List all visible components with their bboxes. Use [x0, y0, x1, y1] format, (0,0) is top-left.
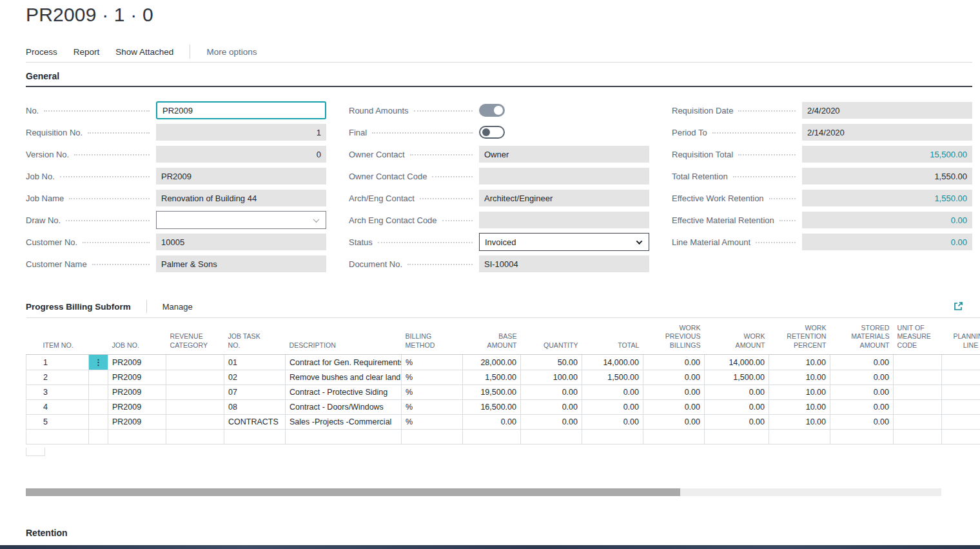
empty-cell[interactable] [894, 430, 942, 444]
draw-no-dropdown[interactable] [156, 211, 326, 229]
col-header-work-retention-percent[interactable]: WORK RETENTION PERCENT [769, 318, 830, 355]
cell-work-previous-billings[interactable]: 0.00 [643, 415, 705, 430]
cell-work-amount[interactable]: 1,500.00 [705, 370, 769, 385]
cell-revenue-category[interactable] [166, 355, 224, 370]
cell-unit-of-measure-code[interactable] [894, 370, 942, 385]
row-selector-cell[interactable] [89, 415, 108, 430]
cell-planning-line[interactable] [942, 385, 980, 400]
col-header-item-no[interactable]: ITEM NO. [26, 318, 89, 355]
col-header-base-amount[interactable]: BASE AMOUNT [463, 318, 521, 355]
row-selector-cell[interactable] [89, 385, 108, 400]
cell-work-amount[interactable]: 0.00 [705, 385, 769, 400]
cell-work-previous-billings[interactable]: 0.00 [643, 400, 705, 415]
cell-job-task-no[interactable]: 07 [224, 385, 286, 400]
col-header-revenue-category[interactable]: REVENUE CATEGORY [166, 318, 224, 355]
cell-billing-method[interactable]: % [402, 355, 463, 370]
menu-process[interactable]: Process [26, 47, 57, 57]
effective-work-retention-value[interactable]: 1,550.00 [802, 190, 972, 206]
cell-quantity[interactable]: 0.00 [521, 400, 582, 415]
cell-description[interactable]: Sales -Projects -Commercial [286, 415, 402, 430]
cell-stored-materials-amount[interactable]: 0.00 [830, 415, 894, 430]
final-toggle[interactable] [479, 126, 505, 139]
cell-base-amount[interactable]: 28,000.00 [463, 355, 521, 370]
col-header-description[interactable]: DESCRIPTION [286, 318, 402, 355]
empty-cell[interactable] [224, 430, 286, 444]
cell-job-no[interactable]: PR2009 [108, 355, 166, 370]
cell-work-retention-percent[interactable]: 10.00 [769, 385, 830, 400]
cell-stored-materials-amount[interactable]: 0.00 [830, 355, 894, 370]
empty-cell[interactable] [166, 430, 224, 444]
cell-quantity[interactable]: 100.00 [521, 370, 582, 385]
cell-work-amount[interactable]: 14,000.00 [705, 355, 769, 370]
cell-planning-line[interactable] [942, 400, 980, 415]
cell-stored-materials-amount[interactable]: 0.00 [830, 385, 894, 400]
row-selector-cell[interactable] [89, 430, 108, 444]
empty-cell[interactable] [402, 430, 463, 444]
cell-base-amount[interactable]: 0.00 [463, 415, 521, 430]
cell-work-retention-percent[interactable]: 10.00 [769, 415, 830, 430]
cell-work-previous-billings[interactable]: 0.00 [643, 385, 705, 400]
section-heading-retention[interactable]: Retention [26, 528, 68, 538]
col-header-quantity[interactable]: QUANTITY [521, 318, 582, 355]
requisition-total-value[interactable]: 15,500.00 [802, 146, 972, 163]
cell-total[interactable]: 14,000.00 [582, 355, 643, 370]
horizontal-scrollbar-track[interactable] [26, 488, 941, 496]
empty-cell[interactable] [705, 430, 769, 444]
cell-item-no[interactable]: 1 [26, 355, 89, 370]
cell-quantity[interactable]: 0.00 [521, 415, 582, 430]
cell-quantity[interactable]: 0.00 [521, 385, 582, 400]
cell-billing-method[interactable]: % [402, 370, 463, 385]
horizontal-scrollbar-thumb[interactable] [26, 488, 680, 496]
cell-work-amount[interactable]: 0.00 [705, 415, 769, 430]
menu-more-options[interactable]: More options [206, 47, 257, 57]
cell-quantity[interactable]: 50.00 [521, 355, 582, 370]
round-amounts-toggle[interactable] [479, 104, 505, 117]
cell-description[interactable]: Remove bushes and clear land [286, 370, 402, 385]
cell-job-no[interactable]: PR2009 [108, 370, 166, 385]
section-heading-general[interactable]: General [26, 71, 59, 81]
cell-item-no[interactable]: 2 [26, 370, 89, 385]
subform-title[interactable]: Progress Billing Subform [26, 302, 131, 312]
col-header-work-previous-billings[interactable]: WORK PREVIOUS BILLINGS [643, 318, 705, 355]
cell-revenue-category[interactable] [166, 415, 224, 430]
col-header-planning-line[interactable]: PLANNING LINE [942, 318, 980, 355]
cell-unit-of-measure-code[interactable] [894, 385, 942, 400]
empty-cell[interactable] [463, 430, 521, 444]
cell-work-retention-percent[interactable]: 10.00 [769, 400, 830, 415]
cell-planning-line[interactable] [942, 370, 980, 385]
cell-work-retention-percent[interactable]: 10.00 [769, 355, 830, 370]
cell-unit-of-measure-code[interactable] [894, 415, 942, 430]
cell-stored-materials-amount[interactable]: 0.00 [830, 370, 894, 385]
empty-cell[interactable] [108, 430, 166, 444]
row-selector-cell[interactable] [89, 370, 108, 385]
status-select[interactable]: Invoiced [479, 233, 649, 251]
cell-stored-materials-amount[interactable]: 0.00 [830, 400, 894, 415]
cell-base-amount[interactable]: 1,500.00 [463, 370, 521, 385]
empty-cell[interactable] [769, 430, 830, 444]
empty-cell[interactable] [286, 430, 402, 444]
cell-billing-method[interactable]: % [402, 400, 463, 415]
cell-total[interactable]: 0.00 [582, 400, 643, 415]
col-header-job-no[interactable]: JOB NO. [108, 318, 166, 355]
cell-total[interactable]: 0.00 [582, 385, 643, 400]
cell-total[interactable]: 1,500.00 [582, 370, 643, 385]
cell-job-task-no[interactable]: CONTRACTS [224, 415, 286, 430]
cell-description[interactable]: Contract for Gen. Requirements [286, 355, 402, 370]
menu-show-attached[interactable]: Show Attached [115, 47, 173, 57]
cell-item-no[interactable]: 5 [26, 415, 89, 430]
cell-total[interactable]: 0.00 [582, 415, 643, 430]
manage-menu[interactable]: Manage [162, 302, 193, 312]
cell-planning-line[interactable] [942, 415, 980, 430]
cell-billing-method[interactable]: % [402, 415, 463, 430]
no-input[interactable] [156, 101, 326, 119]
cell-work-retention-percent[interactable]: 10.00 [769, 370, 830, 385]
cell-planning-line[interactable] [942, 355, 980, 370]
cell-unit-of-measure-code[interactable] [894, 400, 942, 415]
cell-job-no[interactable]: PR2009 [108, 400, 166, 415]
cell-item-no[interactable]: 4 [26, 400, 89, 415]
empty-cell[interactable] [521, 430, 582, 444]
cell-job-task-no[interactable]: 02 [224, 370, 286, 385]
cell-base-amount[interactable]: 19,500.00 [463, 385, 521, 400]
col-header-stored-materials-amount[interactable]: STORED MATERIALS AMOUNT [830, 318, 894, 355]
effective-material-retention-value[interactable]: 0.00 [802, 212, 972, 228]
